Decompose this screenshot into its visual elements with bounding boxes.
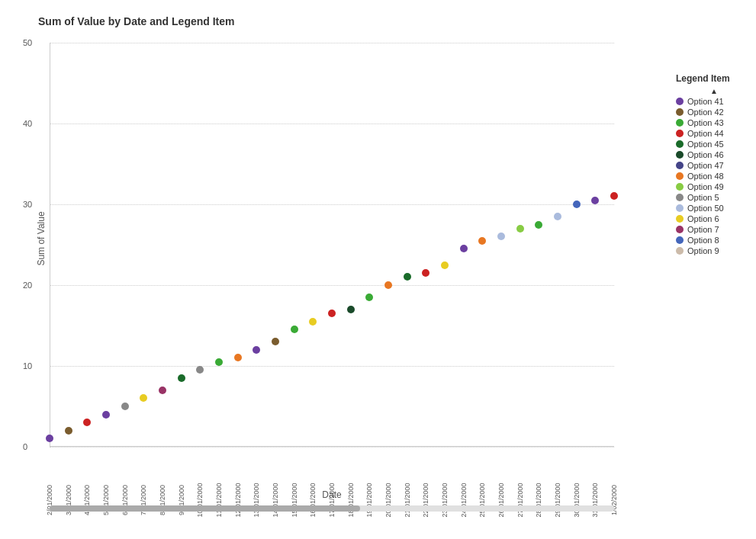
data-point[interactable] bbox=[516, 225, 524, 233]
legend-label: Option 48 bbox=[687, 172, 724, 181]
legend-label: Option 50 bbox=[687, 204, 724, 213]
x-tick-label: 30/01/2000 bbox=[573, 483, 581, 517]
legend-dot bbox=[676, 247, 684, 255]
data-point[interactable] bbox=[497, 233, 505, 240]
legend-item[interactable]: Option 46 bbox=[676, 150, 752, 159]
y-tick-label: 10 bbox=[23, 361, 32, 371]
legend-label: Option 8 bbox=[687, 236, 719, 245]
data-point[interactable] bbox=[422, 269, 429, 277]
legend-item[interactable]: Option 7 bbox=[676, 225, 752, 234]
legend-label: Option 9 bbox=[687, 246, 719, 255]
legend-item[interactable]: Option 47 bbox=[676, 161, 752, 170]
scrollbar[interactable] bbox=[50, 505, 614, 512]
x-axis-title: Date bbox=[50, 489, 614, 500]
data-point[interactable] bbox=[272, 338, 279, 345]
legend-dot bbox=[676, 226, 684, 233]
grid-line bbox=[50, 366, 614, 367]
x-tick-label: 14/01/2000 bbox=[272, 483, 279, 517]
chart-title: Sum of Value by Date and Legend Item bbox=[38, 15, 756, 27]
legend-dot bbox=[676, 204, 684, 212]
legend-dot bbox=[676, 140, 684, 148]
plot-area: 010203040502/01/20003/01/20004/01/20005/… bbox=[50, 43, 614, 447]
data-point[interactable] bbox=[102, 411, 110, 419]
data-point[interactable] bbox=[478, 237, 486, 245]
grid-line bbox=[50, 124, 614, 124]
legend-item[interactable]: Option 8 bbox=[676, 236, 752, 245]
legend-label: Option 6 bbox=[687, 214, 719, 223]
data-point[interactable] bbox=[591, 197, 599, 204]
legend-scroll-up-icon[interactable]: ▲ bbox=[676, 87, 752, 95]
data-point[interactable] bbox=[140, 394, 147, 402]
data-point[interactable] bbox=[384, 281, 392, 289]
legend-item[interactable]: Option 49 bbox=[676, 182, 752, 191]
legend-label: Option 47 bbox=[687, 161, 724, 170]
legend-dot bbox=[676, 108, 684, 116]
data-point[interactable] bbox=[159, 387, 166, 394]
data-point[interactable] bbox=[215, 358, 223, 366]
chart-area: Sum of Value 010203040502/01/20003/01/20… bbox=[8, 35, 756, 523]
data-point[interactable] bbox=[554, 213, 561, 220]
x-tick-label: 22/01/2000 bbox=[422, 483, 429, 517]
data-point[interactable] bbox=[234, 354, 242, 361]
legend-dot bbox=[676, 183, 684, 191]
data-point[interactable] bbox=[46, 435, 53, 442]
x-tick-label: 16/01/2000 bbox=[309, 483, 317, 517]
legend-label: Option 49 bbox=[687, 182, 724, 191]
data-point[interactable] bbox=[347, 306, 355, 313]
legend-dot bbox=[676, 215, 684, 223]
x-tick-label: 29/01/2000 bbox=[554, 483, 561, 517]
y-tick-label: 20 bbox=[23, 281, 32, 290]
scrollbar-thumb[interactable] bbox=[50, 505, 360, 512]
legend-item[interactable]: Option 50 bbox=[676, 204, 752, 213]
legend-item[interactable]: Option 6 bbox=[676, 214, 752, 223]
y-tick-label: 0 bbox=[23, 442, 27, 451]
legend-area: Legend Item ▲ Option 41Option 42Option 4… bbox=[676, 73, 752, 257]
x-tick-label: 25/01/2000 bbox=[478, 483, 486, 517]
data-point[interactable] bbox=[196, 366, 204, 374]
legend-items: Option 41Option 42Option 43Option 44Opti… bbox=[676, 97, 752, 255]
x-tick-label: 12/01/2000 bbox=[234, 483, 242, 517]
legend-label: Option 46 bbox=[687, 150, 724, 159]
y-tick-label: 30 bbox=[23, 200, 32, 209]
legend-dot bbox=[676, 98, 684, 105]
legend-item[interactable]: Option 45 bbox=[676, 140, 752, 149]
data-point[interactable] bbox=[253, 346, 260, 354]
data-point[interactable] bbox=[610, 192, 618, 200]
x-tick-label: 28/01/2000 bbox=[535, 483, 542, 517]
legend-item[interactable]: Option 5 bbox=[676, 193, 752, 202]
legend-item[interactable]: Option 44 bbox=[676, 129, 752, 138]
data-point[interactable] bbox=[441, 261, 449, 269]
y-axis-label: Sum of Value bbox=[36, 211, 47, 265]
x-tick-label: 21/01/2000 bbox=[404, 483, 411, 517]
legend-item[interactable]: Option 48 bbox=[676, 172, 752, 181]
data-point[interactable] bbox=[460, 245, 468, 252]
x-tick-label: 23/01/2000 bbox=[441, 483, 449, 517]
x-tick-label: 20/01/2000 bbox=[384, 483, 392, 517]
x-tick-label: 15/01/2000 bbox=[291, 483, 298, 517]
data-point[interactable] bbox=[178, 374, 185, 382]
data-point[interactable] bbox=[309, 318, 317, 326]
legend-label: Option 45 bbox=[687, 140, 724, 149]
x-tick-label: 11/01/2000 bbox=[215, 483, 223, 517]
legend-item[interactable]: Option 9 bbox=[676, 246, 752, 255]
legend-item[interactable]: Option 41 bbox=[676, 97, 752, 106]
data-point[interactable] bbox=[535, 221, 542, 229]
legend-dot bbox=[676, 151, 684, 159]
legend-item[interactable]: Option 43 bbox=[676, 118, 752, 127]
legend-label: Option 5 bbox=[687, 193, 719, 202]
x-tick-label: 27/01/2000 bbox=[516, 483, 524, 517]
x-tick-label: 19/01/2000 bbox=[365, 483, 373, 517]
x-tick-label: 26/01/2000 bbox=[497, 483, 505, 517]
data-point[interactable] bbox=[573, 201, 581, 208]
legend-label: Option 44 bbox=[687, 129, 724, 138]
data-point[interactable] bbox=[328, 310, 336, 317]
chart-container: Sum of Value by Date and Legend Item Sum… bbox=[0, 0, 756, 539]
data-point[interactable] bbox=[365, 294, 373, 301]
data-point[interactable] bbox=[83, 419, 91, 426]
data-point[interactable] bbox=[121, 403, 129, 410]
legend-item[interactable]: Option 42 bbox=[676, 107, 752, 117]
data-point[interactable] bbox=[65, 427, 72, 435]
data-point[interactable] bbox=[291, 326, 298, 333]
data-point[interactable] bbox=[404, 273, 411, 281]
grid-line bbox=[50, 204, 614, 205]
